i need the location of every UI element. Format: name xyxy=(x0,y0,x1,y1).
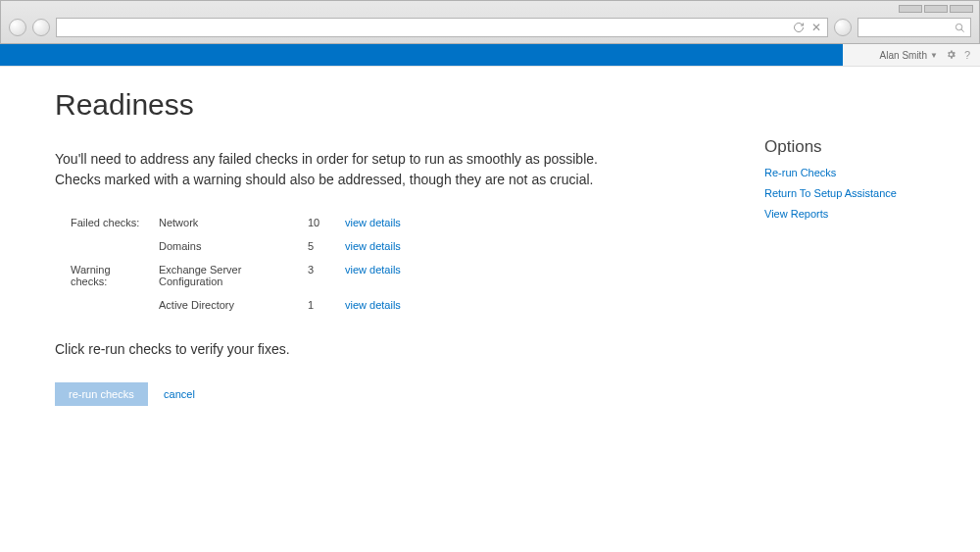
check-count: 1 xyxy=(308,294,343,316)
refresh-icon[interactable] xyxy=(792,21,806,34)
view-details-link[interactable]: view details xyxy=(345,217,401,228)
brand-ribbon xyxy=(0,44,843,66)
intro-line-1: You'll need to address any failed checks… xyxy=(55,151,598,167)
user-menu[interactable]: Alan Smith ▼ xyxy=(880,50,938,61)
check-name: Network xyxy=(159,212,306,233)
search-icon[interactable] xyxy=(953,21,966,34)
compat-button[interactable] xyxy=(834,19,852,36)
check-name: Exchange Server Configuration xyxy=(159,259,306,292)
nav-forward-button[interactable] xyxy=(32,19,50,36)
top-ribbon: Alan Smith ▼ ? xyxy=(0,44,980,67)
nav-back-button[interactable] xyxy=(9,19,26,36)
intro-line-2: Checks marked with a warning should also… xyxy=(55,172,593,187)
sidebar-link-return[interactable]: Return To Setup Assistance xyxy=(764,187,941,199)
window-minimize-button[interactable] xyxy=(899,5,922,13)
main-column: Readiness You'll need to address any fai… xyxy=(55,88,764,406)
check-name: Active Directory xyxy=(159,294,306,316)
row-category-label: Warning checks: xyxy=(71,259,157,292)
user-bar: Alan Smith ▼ ? xyxy=(843,44,980,66)
browser-toolbar: ✕ xyxy=(3,15,977,41)
sidebar-link-reports[interactable]: View Reports xyxy=(764,208,941,220)
search-box[interactable] xyxy=(858,18,971,37)
checks-table: Failed checks: Network 10 view details D… xyxy=(69,210,418,318)
user-name-label: Alan Smith xyxy=(880,50,927,61)
check-count: 5 xyxy=(308,235,343,257)
help-icon[interactable]: ? xyxy=(964,49,970,61)
view-details-link[interactable]: view details xyxy=(345,299,401,311)
stop-icon[interactable]: ✕ xyxy=(809,21,823,34)
gear-icon[interactable] xyxy=(946,49,956,62)
page-body: Readiness You'll need to address any fai… xyxy=(0,67,980,426)
sidebar: Options Re-run Checks Return To Setup As… xyxy=(764,88,941,406)
view-details-link[interactable]: view details xyxy=(345,264,401,276)
window-titlebar xyxy=(3,3,977,15)
rerun-checks-button[interactable]: re-run checks xyxy=(55,382,148,406)
chevron-down-icon: ▼ xyxy=(930,51,938,60)
svg-point-0 xyxy=(956,24,961,29)
table-row: Failed checks: Network 10 view details xyxy=(71,212,416,233)
page-title: Readiness xyxy=(55,88,725,122)
row-category-label: Failed checks: xyxy=(71,212,157,233)
window-close-button[interactable] xyxy=(950,5,973,13)
sidebar-link-rerun[interactable]: Re-run Checks xyxy=(764,167,941,178)
table-row: Active Directory 1 view details xyxy=(71,294,416,316)
check-name: Domains xyxy=(159,235,306,257)
action-row: re-run checks cancel xyxy=(55,382,725,406)
check-count: 10 xyxy=(308,212,343,233)
cancel-link[interactable]: cancel xyxy=(164,388,195,400)
intro-text: You'll need to address any failed checks… xyxy=(55,149,725,190)
sidebar-heading: Options xyxy=(764,137,941,157)
svg-line-1 xyxy=(960,28,963,31)
browser-chrome: ✕ xyxy=(0,0,980,44)
footer-instruction: Click re-run checks to verify your fixes… xyxy=(55,341,725,357)
view-details-link[interactable]: view details xyxy=(345,240,401,252)
table-row: Domains 5 view details xyxy=(71,235,416,257)
table-row: Warning checks: Exchange Server Configur… xyxy=(71,259,416,292)
window-maximize-button[interactable] xyxy=(924,5,948,13)
check-count: 3 xyxy=(308,259,343,292)
url-bar[interactable]: ✕ xyxy=(56,18,828,37)
